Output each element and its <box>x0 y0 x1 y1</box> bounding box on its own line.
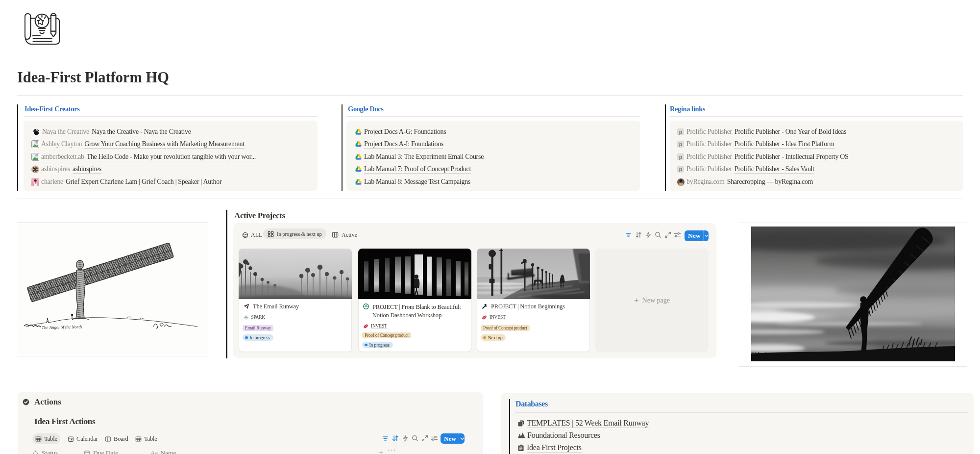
svg-text:p: p <box>679 166 683 172</box>
svg-text:The Angel of the North: The Angel of the North <box>42 325 82 330</box>
svg-text:p: p <box>679 154 683 160</box>
svg-text:p: p <box>679 141 683 147</box>
svg-text:p: p <box>679 129 683 135</box>
